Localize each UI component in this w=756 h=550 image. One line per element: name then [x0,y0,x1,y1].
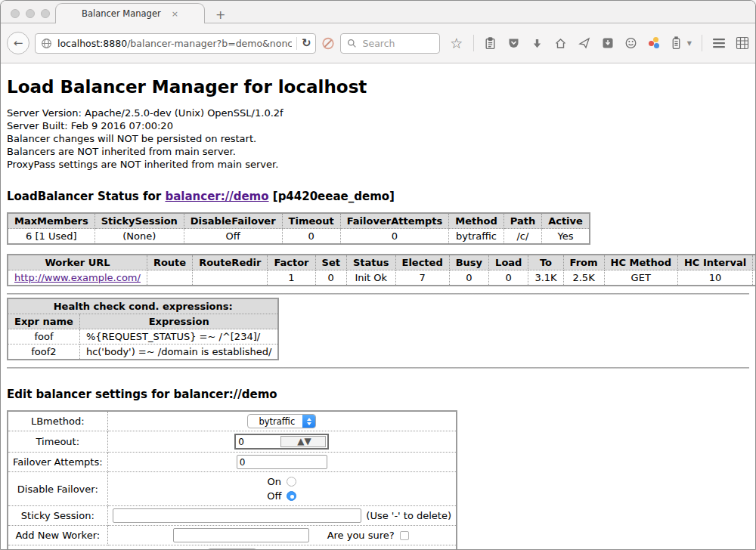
url-bar[interactable]: localhost:8880/balancer-manager?b=demo&n… [35,33,316,54]
col-worker-url: Worker URL [8,255,147,270]
col-route: Route [147,255,192,270]
urlbar-divider [296,37,297,50]
navigation-toolbar: ← localhost:8880/balancer-manager?b=demo… [1,23,755,63]
divider [7,293,749,295]
pocket-icon[interactable] [507,36,521,50]
balancer-demo-link[interactable]: balancer://demo [165,190,268,203]
timeout-value: 0 [236,437,280,447]
server-built: Server Built: Feb 9 2016 07:00:20 [7,119,749,132]
home-icon[interactable] [554,36,568,50]
content-blocked-icon[interactable] [321,36,335,50]
menu-hamburger-icon[interactable] [712,36,726,50]
health-table-title: Health check cond. expressions: [8,298,278,314]
minimize-window-button[interactable] [26,9,35,18]
page-title: Load Balancer Manager for localhost [7,63,749,97]
zoom-window-button[interactable] [41,9,50,18]
sticky-session-input[interactable] [113,508,362,523]
table-row: http://www.example.com/ 1 0 Init Ok 7 0 … [8,270,755,286]
close-window-button[interactable] [11,9,20,18]
cell-stickysession: (None) [94,229,184,245]
col-stickysession: StickySession [94,213,184,229]
col-to: To [528,255,563,270]
col-disablefailover: DisableFailover [184,213,282,229]
col-failoverattempts: FailoverAttempts [340,213,449,229]
disable-failover-label: Disable Failover: [8,472,107,506]
window-controls[interactable] [11,9,50,18]
lbmethod-select[interactable]: bytraffic [247,414,316,428]
cell-maxmembers: 6 [1 Used] [8,229,94,245]
worker-url-link[interactable]: http://www.example.com/ [14,272,141,283]
status-heading-suffix: [p4420eeae_demo] [273,190,395,203]
extension-dots-icon[interactable] [648,37,660,49]
divider [7,367,749,369]
bookmark-star-icon[interactable]: ☆ [450,36,463,50]
tab-title: Balancer Manager [82,8,161,19]
table-row: foof %{REQUEST_STATUS} =~ /^[234]/ [8,329,278,345]
globe-icon [39,36,53,50]
url-domain: localhost:8880 [57,38,127,49]
toolbar-icons: ☆ [450,35,749,51]
inherit-note: Balancers are NOT inherited from main se… [7,145,749,158]
search-icon [345,36,359,50]
back-icon: ← [14,36,23,50]
clipboard-icon[interactable] [484,36,497,50]
proxypass-note: ProxyPass settings are NOT inherited fro… [7,158,749,171]
chevron-down-icon[interactable]: ▼ [687,40,692,47]
add-worker-input[interactable] [173,528,309,542]
reload-button[interactable]: ↻ [302,36,311,50]
table-header-row: Worker URL Route RouteRedir Factor Set S… [8,255,755,270]
table-header-row: Expr name Expression [8,314,278,329]
page-content: Load Balancer Manager for localhost Serv… [1,63,755,550]
panel-save-icon[interactable] [601,36,615,50]
browser-window: Balancer Manager × + ← localhost:8880/ba… [0,0,756,550]
apps-grid-icon[interactable] [736,36,749,50]
col-expression: Expression [79,314,278,329]
number-spinner-icon[interactable]: ▲▼ [280,436,327,447]
cell-passes: 1 (0) [753,270,755,286]
failover-attempts-input[interactable] [237,455,327,469]
col-elected: Elected [395,255,449,270]
col-active: Active [542,213,590,229]
are-you-sure-checkbox[interactable] [400,531,409,540]
form-row-failover: Failover Attempts: [8,453,457,472]
are-you-sure-label: Are you sure? [327,530,395,541]
server-version: Server Version: Apache/2.5.0-dev (Unix) … [7,107,749,119]
url-text[interactable]: localhost:8880/balancer-manager?b=demo&n… [57,38,292,49]
cell-active: Yes [542,229,590,245]
timeout-input[interactable]: 0 ▲▼ [234,434,329,450]
cell-load: 0 [489,270,528,286]
cell-set: 0 [315,270,346,286]
back-button[interactable]: ← [7,32,29,54]
tab-close-icon[interactable]: × [172,9,178,19]
cell-timeout: 0 [282,229,340,245]
col-factor: Factor [268,255,315,270]
cell-expression: hc('body') =~ /domain is established/ [79,345,278,360]
cell-expr-name: foof [8,329,79,345]
new-tab-button[interactable]: + [215,9,225,21]
col-hc-method: HC Method [604,255,677,270]
tab-balancer-manager[interactable]: Balancer Manager × [55,3,205,23]
cell-route [147,270,192,286]
send-plane-icon[interactable] [578,36,591,50]
cell-hc-interval: 10 [677,270,752,286]
lbmethod-selected-value: bytraffic [248,416,302,427]
table-header-row: MaxMembers StickySession DisableFailover… [8,213,590,229]
col-set: Set [315,255,346,270]
table-row: foof2 hc('body') =~ /domain is establish… [8,345,278,360]
feedback-smiley-icon[interactable] [624,36,638,50]
cell-busy: 0 [449,270,488,286]
search-bar[interactable] [340,33,440,54]
failover-off-radio[interactable] [287,491,296,501]
form-row-timeout: Timeout: 0 ▲▼ [8,431,457,453]
cell-path: /c/ [503,229,541,245]
cell-routeredir [193,270,268,286]
failover-on-radio[interactable] [287,477,296,487]
col-maxmembers: MaxMembers [8,213,94,229]
battery-icon[interactable] [670,36,683,50]
health-check-table: Health check cond. expressions: Expr nam… [7,298,279,360]
col-from: From [563,255,604,270]
cell-hc-method: GET [604,270,677,286]
search-input[interactable] [363,38,435,49]
worker-table: Worker URL Route RouteRedir Factor Set S… [7,254,755,286]
download-arrow-icon[interactable] [531,36,544,50]
